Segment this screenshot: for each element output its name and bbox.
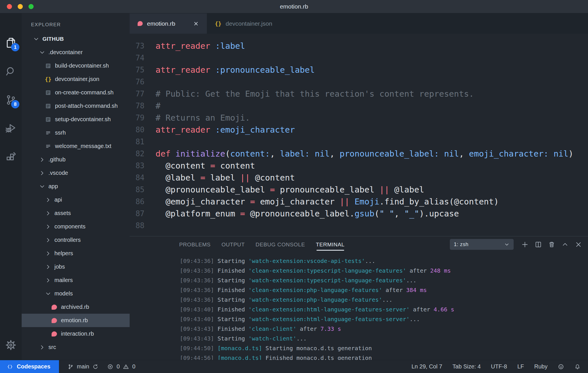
tree-item-post-attach-command.sh[interactable]: post-attach-command.sh <box>22 99 130 113</box>
code-line: 83 @content = content <box>130 160 588 172</box>
feedback-smiley-icon[interactable] <box>558 364 564 370</box>
code-line: 87 @platform_enum = @pronounceable_label… <box>130 208 588 220</box>
chevron-right-icon <box>45 210 51 216</box>
errors-icon <box>107 364 113 370</box>
chevron-right-icon <box>45 237 51 243</box>
panel-tab-terminal[interactable]: TERMINAL <box>316 236 345 253</box>
close-window-button[interactable] <box>7 4 12 9</box>
minimize-window-button[interactable] <box>18 4 23 9</box>
window-controls <box>7 0 34 13</box>
shell-file-icon <box>45 103 51 109</box>
tree-item-.devcontainer[interactable]: .devcontainer <box>22 46 130 59</box>
chevron-down-icon <box>504 242 510 247</box>
code-line: 75attr_reader :pronounceable_label <box>130 64 588 76</box>
codespaces-remote-button[interactable]: Codespaces <box>0 360 59 373</box>
extensions-activity-button[interactable] <box>0 143 22 171</box>
tree-item-api[interactable]: api <box>22 193 130 206</box>
source-control-activity-button[interactable]: 8 <box>0 86 22 114</box>
chevron-right-icon <box>45 250 51 257</box>
new-terminal-button[interactable] <box>521 241 529 248</box>
tree-item-welcome_message.txt[interactable]: welcome_message.txt <box>22 139 130 153</box>
terminal-line: [09:43:43] Finished 'clean-client' after… <box>180 324 588 334</box>
json-file-icon: {} <box>215 21 221 27</box>
search-icon <box>5 65 17 77</box>
tree-item-interaction.rb[interactable]: interaction.rb <box>22 327 130 340</box>
code-editor[interactable]: 73attr_reader :label7475attr_reader :pro… <box>130 34 588 236</box>
tree-item-app[interactable]: app <box>22 180 130 193</box>
language-mode-item[interactable]: Ruby <box>534 363 548 370</box>
tree-item-devcontainer.json[interactable]: {}devcontainer.json <box>22 72 130 86</box>
explorer-activity-button[interactable]: 1 <box>0 29 22 57</box>
problems-status-item[interactable]: 0 0 <box>107 363 135 370</box>
terminal-line: [09:44:50] [monaco.d.ts] Starting monaco… <box>180 343 588 353</box>
code-line: 88 <box>130 220 588 232</box>
editor-tab-bar: emotion.rb {} devcontainer.json <box>130 13 588 34</box>
tree-item-archived.rb[interactable]: archived.rb <box>22 300 130 314</box>
bottom-panel: PROBLEMS OUTPUT DEBUG CONSOLE TERMINAL 1… <box>130 236 588 360</box>
code-line: 76 <box>130 76 588 88</box>
split-terminal-button[interactable] <box>534 241 542 248</box>
chevron-right-icon <box>45 197 51 203</box>
run-debug-activity-button[interactable] <box>0 114 22 143</box>
tree-item-.github[interactable]: .github <box>22 153 130 166</box>
encoding-item[interactable]: UTF-8 <box>491 363 507 370</box>
chevron-down-icon <box>39 183 45 190</box>
line-number: 84 <box>130 172 144 184</box>
panel-tab-debug-console[interactable]: DEBUG CONSOLE <box>256 236 305 253</box>
kill-terminal-button[interactable] <box>548 241 556 248</box>
explorer-badge: 1 <box>11 43 19 51</box>
tab-label: emotion.rb <box>147 20 175 27</box>
panel-tab-output[interactable]: OUTPUT <box>221 236 245 253</box>
line-number: 76 <box>130 76 144 88</box>
tab-size-item[interactable]: Tab Size: 4 <box>452 363 481 370</box>
terminal-shell-dropdown[interactable]: 1: zsh <box>450 239 514 250</box>
settings-button[interactable] <box>0 331 22 359</box>
tree-item-.vscode[interactable]: .vscode <box>22 166 130 180</box>
tree-item-src[interactable]: src <box>22 340 130 354</box>
tree-item-jobs[interactable]: jobs <box>22 260 130 273</box>
line-number: 79 <box>130 112 144 124</box>
panel-tab-problems[interactable]: PROBLEMS <box>179 236 211 253</box>
notifications-bell-icon[interactable] <box>574 364 581 370</box>
ruby-file-icon <box>51 331 57 337</box>
tree-item-controllers[interactable]: controllers <box>22 233 130 247</box>
run-debug-icon <box>5 122 17 134</box>
maximize-panel-button[interactable] <box>561 241 569 248</box>
tree-item-GITHUB[interactable]: GITHUB <box>22 32 130 46</box>
tab-emotion-rb[interactable]: emotion.rb <box>130 13 207 34</box>
line-number: 78 <box>130 100 144 112</box>
tree-item-components[interactable]: components <box>22 220 130 233</box>
line-number: 88 <box>130 220 144 232</box>
close-panel-button[interactable] <box>575 241 582 248</box>
cursor-position-item[interactable]: Ln 29, Col 7 <box>411 363 442 370</box>
chevron-right-icon <box>39 170 45 176</box>
tree-item-build-devcontainer.sh[interactable]: build-devcontainer.sh <box>22 59 130 72</box>
tree-item-ssrh[interactable]: ssrh <box>22 126 130 139</box>
terminal-line: [09:43:36] Starting 'watch-extension:vsc… <box>180 256 588 266</box>
tree-item-emotion.rb[interactable]: emotion.rb <box>22 314 130 327</box>
terminal-line: [09:44:56] [monaco.d.ts] Finished monaco… <box>180 353 588 360</box>
tree-item-helpers[interactable]: helpers <box>22 247 130 260</box>
tree-item-assets[interactable]: assets <box>22 206 130 220</box>
zoom-window-button[interactable] <box>28 4 34 9</box>
explorer-sidebar: EXPLORER GITHUB.devcontainerbuild-devcon… <box>22 13 130 360</box>
line-number: 86 <box>130 196 144 208</box>
ruby-file-icon <box>138 21 143 26</box>
panel-header: PROBLEMS OUTPUT DEBUG CONSOLE TERMINAL 1… <box>130 236 588 253</box>
terminal-line: [09:43:43] Starting 'watch-client'... <box>180 334 588 343</box>
eol-item[interactable]: LF <box>517 363 524 370</box>
close-tab-icon[interactable] <box>193 21 199 27</box>
search-activity-button[interactable] <box>0 57 22 86</box>
text-file-icon <box>45 130 51 136</box>
tree-item-mailers[interactable]: mailers <box>22 273 130 287</box>
code-line: 78# <box>130 100 588 112</box>
line-number: 75 <box>130 64 144 76</box>
tab-devcontainer-json[interactable]: {} devcontainer.json <box>207 13 280 34</box>
branch-status-item[interactable]: main <box>68 363 99 370</box>
tree-item-models[interactable]: models <box>22 287 130 300</box>
sync-icon[interactable] <box>92 364 99 370</box>
chevron-right-icon <box>39 344 45 350</box>
terminal-output[interactable]: [09:43:36] Starting 'watch-extension:vsc… <box>130 253 588 360</box>
tree-item-on-create-command.sh[interactable]: on-create-command.sh <box>22 86 130 99</box>
tree-item-setup-devcontainer.sh[interactable]: setup-devcontainer.sh <box>22 113 130 126</box>
